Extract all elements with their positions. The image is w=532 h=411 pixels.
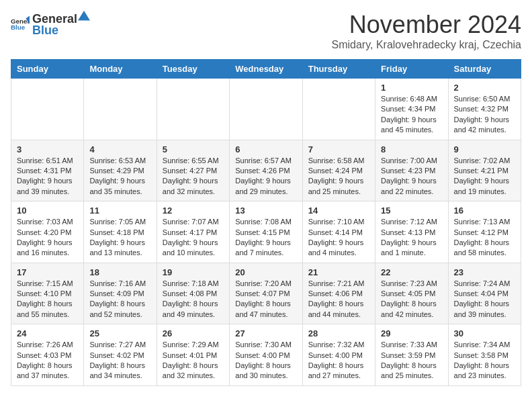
- day-number: 30: [454, 328, 515, 338]
- day-number: 20: [235, 267, 296, 277]
- day-info: Sunrise: 7:30 AM Sunset: 4:00 PM Dayligh…: [235, 340, 296, 381]
- day-number: 15: [381, 205, 442, 216]
- day-number: 28: [308, 328, 369, 338]
- day-number: 25: [89, 328, 150, 338]
- day-number: 17: [17, 267, 78, 277]
- day-info: Sunrise: 6:51 AM Sunset: 4:31 PM Dayligh…: [17, 156, 78, 197]
- day-info: Sunrise: 7:13 AM Sunset: 4:12 PM Dayligh…: [454, 217, 515, 259]
- day-cell: 4Sunrise: 6:53 AM Sunset: 4:29 PM Daylig…: [84, 140, 157, 201]
- day-cell: 7Sunrise: 6:58 AM Sunset: 4:24 PM Daylig…: [302, 140, 375, 201]
- day-number: 2: [454, 83, 515, 93]
- day-info: Sunrise: 7:33 AM Sunset: 3:59 PM Dayligh…: [381, 340, 442, 381]
- day-cell: 1Sunrise: 6:48 AM Sunset: 4:34 PM Daylig…: [375, 79, 448, 140]
- week-row-2: 3Sunrise: 6:51 AM Sunset: 4:31 PM Daylig…: [11, 140, 521, 201]
- day-cell: 18Sunrise: 7:16 AM Sunset: 4:09 PM Dayli…: [84, 263, 157, 324]
- day-cell: 29Sunrise: 7:33 AM Sunset: 3:59 PM Dayli…: [375, 324, 448, 386]
- day-info: Sunrise: 7:08 AM Sunset: 4:15 PM Dayligh…: [235, 217, 296, 259]
- day-info: Sunrise: 7:10 AM Sunset: 4:14 PM Dayligh…: [308, 217, 369, 259]
- day-cell: 20Sunrise: 7:20 AM Sunset: 4:07 PM Dayli…: [230, 263, 302, 324]
- day-cell: 30Sunrise: 7:34 AM Sunset: 3:58 PM Dayli…: [448, 324, 521, 386]
- svg-marker-3: [78, 11, 90, 20]
- day-info: Sunrise: 7:24 AM Sunset: 4:04 PM Dayligh…: [454, 279, 515, 320]
- week-row-4: 17Sunrise: 7:15 AM Sunset: 4:10 PM Dayli…: [11, 263, 521, 324]
- day-number: 18: [89, 267, 150, 277]
- svg-text:Blue: Blue: [11, 24, 26, 31]
- day-cell: [302, 79, 375, 140]
- day-info: Sunrise: 7:02 AM Sunset: 4:21 PM Dayligh…: [454, 156, 515, 197]
- day-info: Sunrise: 6:58 AM Sunset: 4:24 PM Dayligh…: [308, 156, 369, 197]
- day-info: Sunrise: 6:53 AM Sunset: 4:29 PM Dayligh…: [89, 156, 150, 197]
- day-cell: 24Sunrise: 7:26 AM Sunset: 4:03 PM Dayli…: [11, 324, 84, 386]
- day-number: 6: [235, 144, 296, 154]
- subtitle: Smidary, Kralovehradecky kraj, Czechia: [332, 39, 521, 51]
- day-cell: 25Sunrise: 7:27 AM Sunset: 4:02 PM Dayli…: [84, 324, 157, 386]
- day-cell: 28Sunrise: 7:32 AM Sunset: 4:00 PM Dayli…: [302, 324, 375, 386]
- col-header-friday: Friday: [375, 60, 448, 79]
- day-cell: 5Sunrise: 6:55 AM Sunset: 4:27 PM Daylig…: [157, 140, 229, 201]
- col-header-saturday: Saturday: [448, 60, 521, 79]
- day-info: Sunrise: 7:27 AM Sunset: 4:02 PM Dayligh…: [89, 340, 150, 381]
- calendar-header-row: SundayMondayTuesdayWednesdayThursdayFrid…: [11, 60, 521, 79]
- day-number: 23: [454, 267, 515, 277]
- day-info: Sunrise: 7:29 AM Sunset: 4:01 PM Dayligh…: [163, 340, 224, 381]
- day-number: 1: [381, 83, 442, 93]
- day-number: 19: [163, 267, 224, 277]
- day-number: 7: [308, 144, 369, 154]
- logo-icon: General Blue: [11, 15, 30, 34]
- day-info: Sunrise: 7:20 AM Sunset: 4:07 PM Dayligh…: [235, 279, 296, 320]
- day-info: Sunrise: 7:23 AM Sunset: 4:05 PM Dayligh…: [381, 279, 442, 320]
- day-info: Sunrise: 6:55 AM Sunset: 4:27 PM Dayligh…: [163, 156, 224, 197]
- day-number: 8: [381, 144, 442, 154]
- day-cell: [230, 79, 302, 140]
- day-cell: 19Sunrise: 7:18 AM Sunset: 4:08 PM Dayli…: [157, 263, 229, 324]
- day-info: Sunrise: 7:34 AM Sunset: 3:58 PM Dayligh…: [454, 340, 515, 381]
- day-cell: 8Sunrise: 7:00 AM Sunset: 4:23 PM Daylig…: [375, 140, 448, 201]
- day-info: Sunrise: 7:12 AM Sunset: 4:13 PM Dayligh…: [381, 217, 442, 259]
- col-header-monday: Monday: [84, 60, 157, 79]
- day-info: Sunrise: 6:48 AM Sunset: 4:34 PM Dayligh…: [381, 94, 442, 136]
- header-area: General Blue General Blue November 2024 …: [11, 11, 521, 51]
- month-title: November 2024: [332, 11, 521, 39]
- logo: General Blue General Blue: [11, 11, 91, 38]
- day-cell: [11, 79, 84, 140]
- day-number: 4: [89, 144, 150, 154]
- col-header-thursday: Thursday: [302, 60, 375, 79]
- day-cell: 26Sunrise: 7:29 AM Sunset: 4:01 PM Dayli…: [157, 324, 229, 386]
- day-cell: [84, 79, 157, 140]
- day-number: 10: [17, 205, 78, 216]
- day-cell: 9Sunrise: 7:02 AM Sunset: 4:21 PM Daylig…: [448, 140, 521, 201]
- day-number: 16: [454, 205, 515, 216]
- day-cell: 10Sunrise: 7:03 AM Sunset: 4:20 PM Dayli…: [11, 201, 84, 263]
- day-cell: 6Sunrise: 6:57 AM Sunset: 4:26 PM Daylig…: [230, 140, 302, 201]
- day-info: Sunrise: 7:15 AM Sunset: 4:10 PM Dayligh…: [17, 279, 78, 320]
- day-cell: 27Sunrise: 7:30 AM Sunset: 4:00 PM Dayli…: [230, 324, 302, 386]
- day-info: Sunrise: 7:05 AM Sunset: 4:18 PM Dayligh…: [89, 217, 150, 259]
- week-row-3: 10Sunrise: 7:03 AM Sunset: 4:20 PM Dayli…: [11, 201, 521, 263]
- logo-triangle-icon: [78, 11, 90, 23]
- day-number: 21: [308, 267, 369, 277]
- calendar-body: 1Sunrise: 6:48 AM Sunset: 4:34 PM Daylig…: [11, 79, 521, 386]
- day-info: Sunrise: 6:50 AM Sunset: 4:32 PM Dayligh…: [454, 94, 515, 136]
- day-number: 26: [163, 328, 224, 338]
- title-area: November 2024 Smidary, Kralovehradecky k…: [332, 11, 521, 51]
- day-info: Sunrise: 6:57 AM Sunset: 4:26 PM Dayligh…: [235, 156, 296, 197]
- day-info: Sunrise: 7:26 AM Sunset: 4:03 PM Dayligh…: [17, 340, 78, 381]
- day-cell: 3Sunrise: 6:51 AM Sunset: 4:31 PM Daylig…: [11, 140, 84, 201]
- day-number: 3: [17, 144, 78, 154]
- day-number: 9: [454, 144, 515, 154]
- day-number: 11: [89, 205, 150, 216]
- day-cell: 12Sunrise: 7:07 AM Sunset: 4:17 PM Dayli…: [157, 201, 229, 263]
- day-number: 14: [308, 205, 369, 216]
- day-number: 22: [381, 267, 442, 277]
- day-cell: 15Sunrise: 7:12 AM Sunset: 4:13 PM Dayli…: [375, 201, 448, 263]
- day-cell: 14Sunrise: 7:10 AM Sunset: 4:14 PM Dayli…: [302, 201, 375, 263]
- day-info: Sunrise: 7:03 AM Sunset: 4:20 PM Dayligh…: [17, 217, 78, 259]
- col-header-tuesday: Tuesday: [157, 60, 229, 79]
- day-info: Sunrise: 7:07 AM Sunset: 4:17 PM Dayligh…: [163, 217, 224, 259]
- day-info: Sunrise: 7:16 AM Sunset: 4:09 PM Dayligh…: [89, 279, 150, 320]
- day-number: 5: [163, 144, 224, 154]
- day-cell: [157, 79, 229, 140]
- day-info: Sunrise: 7:32 AM Sunset: 4:00 PM Dayligh…: [308, 340, 369, 381]
- calendar-table: SundayMondayTuesdayWednesdayThursdayFrid…: [11, 59, 521, 386]
- day-info: Sunrise: 7:00 AM Sunset: 4:23 PM Dayligh…: [381, 156, 442, 197]
